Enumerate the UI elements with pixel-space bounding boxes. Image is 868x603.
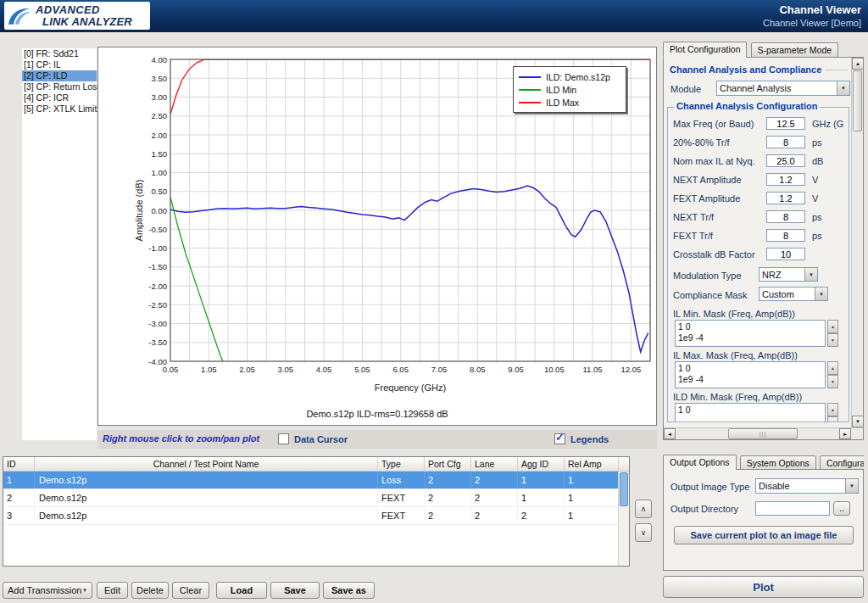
list-item-cp-xtlk-limit[interactable]: [5] CP: XTLK Limit <box>22 103 97 114</box>
cell-lane: 2 <box>471 507 518 524</box>
col-header-agg-id[interactable]: Agg ID <box>518 457 565 471</box>
legend-label-ild-max: ILD Max <box>546 98 579 108</box>
max-freq-input[interactable] <box>766 117 805 130</box>
legend-item: ILD Max <box>519 96 620 109</box>
table-scroll-thumb[interactable] <box>620 472 628 506</box>
compliance-mask-select[interactable]: Custom ▼ <box>759 287 828 301</box>
list-item-cp-return-loss[interactable]: [3] CP: Return Loss <box>22 81 97 92</box>
delete-button[interactable]: Delete <box>131 582 169 599</box>
data-cursor-checkbox[interactable]: ✓ <box>278 433 289 444</box>
edit-button[interactable]: Edit <box>97 582 128 599</box>
add-transmission-button[interactable]: Add Transmission ▼ <box>3 582 92 599</box>
scroll-down-icon[interactable]: ▼ <box>852 416 864 427</box>
dropdown-arrow-icon[interactable]: ▼ <box>837 81 849 95</box>
output-image-type-select[interactable]: Disable ▼ <box>755 478 859 494</box>
col-header-rel-amp[interactable]: Rel Amp <box>565 457 619 471</box>
fext-tr-f-input[interactable] <box>766 229 805 242</box>
section-divider <box>825 70 848 70</box>
spin-up-icon[interactable]: ▲ <box>827 361 838 375</box>
output-directory-label: Output Directory <box>670 504 738 514</box>
tab-system-options[interactable]: System Options <box>740 455 816 470</box>
table-row[interactable]: 2 Demo.s12p FEXT 2 2 1 1 <box>3 489 629 507</box>
horizontal-scroll-thumb[interactable]: ||| <box>728 428 798 439</box>
move-row-down-button[interactable]: ∨ <box>635 523 652 542</box>
load-button[interactable]: Load <box>216 582 267 599</box>
col-header-id[interactable]: ID <box>3 457 35 471</box>
table-row[interactable]: 3 Demo.s12p FEXT 2 2 2 1 <box>3 507 629 525</box>
col-header-port-cfg[interactable]: Port Cfg <box>425 457 471 471</box>
y-tick-label: 4.00 <box>152 55 168 64</box>
scroll-left-icon[interactable]: ◄ <box>664 428 676 439</box>
spin-up-icon[interactable]: ▲ <box>827 403 838 416</box>
browse-button[interactable]: .. <box>833 501 850 516</box>
dropdown-arrow-icon[interactable]: ▼ <box>815 288 827 300</box>
save-as-button[interactable]: Save as <box>323 582 375 599</box>
list-item-cp-ild[interactable]: [2] CP: ILD <box>22 70 97 81</box>
il-min-mask-input[interactable]: 1 0 1e9 -4 <box>675 320 826 347</box>
output-image-type-value: Disable <box>756 481 845 491</box>
crosstalk-db-factor-input[interactable] <box>766 248 805 260</box>
scroll-up-icon[interactable]: ▲ <box>852 58 864 70</box>
dropdown-arrow-icon[interactable]: ▼ <box>804 268 817 281</box>
scroll-right-icon[interactable]: ► <box>839 428 851 439</box>
move-row-up-button[interactable]: ∧ <box>635 500 652 518</box>
tab-s-parameter-mode[interactable]: S-parameter Mode <box>751 42 839 58</box>
il-max-mask-spinner: ▲ ▼ <box>827 361 838 388</box>
y-tick-label: 1.50 <box>152 149 168 159</box>
module-label: Module <box>670 84 701 94</box>
tab-configuration[interactable]: Configura <box>820 455 864 470</box>
spin-up-icon[interactable]: ▲ <box>827 320 838 333</box>
list-item-cp-icr[interactable]: [4] CP: ICR <box>22 92 97 103</box>
header-titles: Channel Viewer Channel Viewer [Demo] <box>763 3 861 28</box>
y-tick-label: -2.50 <box>148 300 167 310</box>
spin-down-icon[interactable]: ▼ <box>827 416 838 422</box>
fext-amplitude-input[interactable] <box>766 192 805 204</box>
app-header: ADVANCED LINK ANALYZER Channel Viewer Ch… <box>0 0 868 32</box>
y-tick-label: -1.50 <box>148 262 167 271</box>
list-item-fr-sdd21[interactable]: [0] FR: Sdd21 <box>22 48 97 59</box>
series-ild-min <box>170 197 223 361</box>
logo-text-line2: LINK ANALYZER <box>42 16 132 28</box>
y-tick-label: -2.00 <box>148 282 167 291</box>
spin-down-icon[interactable]: ▼ <box>827 333 838 347</box>
spin-down-icon[interactable]: ▼ <box>827 375 838 388</box>
tr-f-input[interactable] <box>766 136 805 148</box>
next-amplitude-label: NEXT Amplitude <box>673 175 742 185</box>
channel-analysis-groupbox: Max Freq (or Baud) GHz (G 20%-80% Tr/f p… <box>667 107 849 422</box>
cell-lane: 2 <box>471 489 518 506</box>
col-header-lane[interactable]: Lane <box>471 457 518 471</box>
nom-max-il-input[interactable] <box>766 154 805 167</box>
check-icon: ✓ <box>555 432 565 443</box>
modulation-type-select[interactable]: NRZ ▼ <box>759 267 818 282</box>
vertical-scroll-thumb[interactable] <box>853 70 862 131</box>
output-tab-bar: Output Options System Options Configura <box>663 455 864 470</box>
col-header-type[interactable]: Type <box>378 457 425 471</box>
save-plot-image-button[interactable]: Save current plot to an image file <box>674 526 854 544</box>
dropdown-arrow-icon: ▼ <box>82 588 87 593</box>
max-freq-unit: GHz (G <box>812 119 843 129</box>
dropdown-arrow-icon[interactable]: ▼ <box>845 479 858 493</box>
next-amplitude-input[interactable] <box>766 173 805 186</box>
module-select[interactable]: Channel Analysis ▼ <box>716 81 850 96</box>
output-directory-input[interactable] <box>755 501 830 516</box>
list-item-cp-il[interactable]: [1] CP: IL <box>22 59 97 70</box>
tab-plot-configuration[interactable]: Plot Configuration <box>663 42 747 58</box>
legends-checkbox[interactable]: ✓ <box>554 433 565 444</box>
col-header-name[interactable]: Channel / Test Point Name <box>35 457 378 471</box>
cell-id: 3 <box>3 507 35 524</box>
clear-button[interactable]: Clear <box>172 582 209 599</box>
plot-button[interactable]: Plot <box>663 576 864 598</box>
y-tick-label: 3.50 <box>152 74 168 83</box>
tab-output-options[interactable]: Output Options <box>663 455 737 470</box>
section-header: Channel Analysis and Compliance <box>670 64 848 75</box>
ild-min-mask-input[interactable]: 1 0 <box>675 403 826 422</box>
chart-legend: ILD: Demo.s12p ILD Min ILD Max <box>513 66 626 113</box>
cell-name: Demo.s12p <box>35 489 378 506</box>
legends-label: Legends <box>570 434 609 444</box>
save-button[interactable]: Save <box>270 582 320 599</box>
il-min-mask-spinner: ▲ ▼ <box>827 320 838 347</box>
table-row[interactable]: 1 Demo.s12p Loss 2 2 1 1 <box>3 472 629 489</box>
section-title: Channel Analysis and Compliance <box>670 64 821 75</box>
il-max-mask-input[interactable]: 1 0 1e9 -4 <box>675 361 826 388</box>
next-tr-f-input[interactable] <box>766 210 805 223</box>
